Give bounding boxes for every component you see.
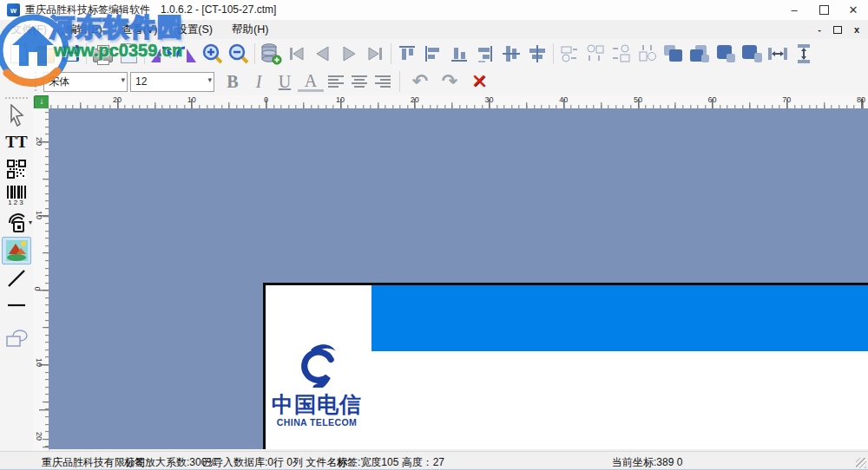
ruler-origin-button[interactable]: ↓ bbox=[34, 95, 49, 109]
text-align-left-button[interactable] bbox=[324, 73, 347, 90]
image-tool[interactable] bbox=[2, 237, 31, 264]
vruler-number: 10 bbox=[35, 358, 43, 367]
mdi-minimize-button[interactable]: - bbox=[818, 25, 821, 34]
align-top-button[interactable] bbox=[394, 41, 420, 67]
bring-to-front-button[interactable] bbox=[661, 41, 687, 67]
print-preview-icon bbox=[121, 43, 137, 63]
underline-button[interactable]: U bbox=[272, 72, 298, 92]
minimize-button[interactable]: – bbox=[779, 0, 809, 20]
align-right-icon bbox=[475, 43, 496, 64]
chevron-down-icon[interactable]: ▾ bbox=[29, 219, 32, 226]
open-file-button[interactable] bbox=[31, 41, 57, 67]
nav-first-icon bbox=[287, 44, 306, 63]
align-left-button[interactable] bbox=[420, 41, 446, 67]
text-align-center-button[interactable] bbox=[347, 73, 371, 90]
save-floppy-icon bbox=[62, 45, 79, 62]
nav-last-button[interactable] bbox=[362, 41, 388, 67]
text-tool[interactable]: TT bbox=[3, 129, 30, 155]
chevron-down-icon: ▾ bbox=[121, 75, 125, 84]
barcode-tool[interactable]: 123 bbox=[3, 183, 30, 209]
rotate-right-icon bbox=[175, 42, 198, 65]
distribute-3-button[interactable] bbox=[608, 41, 635, 67]
equal-height-icon bbox=[793, 42, 814, 65]
send-backward-button[interactable] bbox=[739, 41, 765, 67]
font-size-select[interactable]: 12 ▾ bbox=[130, 72, 214, 92]
hruler-number: 40 bbox=[559, 95, 568, 104]
undo-button[interactable]: ↶ bbox=[405, 70, 435, 93]
vertical-ruler: 201001020 bbox=[33, 108, 49, 451]
canvas[interactable]: 中国电信 CHINA TELECOM bbox=[49, 108, 868, 449]
vruler-number: 0 bbox=[33, 286, 42, 290]
menu-item-0[interactable]: 文件(F) bbox=[3, 20, 55, 40]
text-align-left-icon bbox=[326, 73, 345, 90]
delete-button[interactable]: ✕ bbox=[464, 70, 494, 93]
status-database-info: 已导入数据库:0行 0列 文件名称: bbox=[202, 455, 351, 470]
vruler-number: 10 bbox=[35, 211, 43, 219]
database-button[interactable] bbox=[258, 41, 284, 67]
send-to-back-button[interactable] bbox=[687, 41, 713, 67]
hruler-number: 30 bbox=[484, 95, 493, 104]
shape-tool[interactable] bbox=[3, 325, 30, 351]
label-color-bar-object[interactable] bbox=[372, 285, 868, 351]
chevron-down-icon: ▾ bbox=[207, 75, 212, 84]
italic-button[interactable]: I bbox=[246, 72, 272, 92]
align-bottom-button[interactable] bbox=[446, 41, 472, 67]
mdi-restore-button[interactable] bbox=[833, 26, 842, 34]
rotate-right-button[interactable] bbox=[174, 41, 200, 67]
qrcode-icon bbox=[6, 159, 27, 180]
align-right-button[interactable] bbox=[472, 41, 498, 67]
zoom-out-button[interactable] bbox=[226, 41, 252, 67]
status-cursor-coordinates: 当前坐标:389 0 bbox=[612, 455, 682, 470]
align-center-vertical-button[interactable] bbox=[524, 41, 550, 67]
print-preview-button[interactable] bbox=[115, 41, 141, 67]
print-button[interactable] bbox=[89, 41, 115, 67]
distribute-2-button[interactable] bbox=[582, 41, 608, 67]
align-left-icon bbox=[423, 43, 444, 64]
equal-height-button[interactable] bbox=[791, 41, 817, 67]
diagonal-line-tool[interactable] bbox=[3, 265, 30, 291]
text-tool-icon: TT bbox=[5, 133, 27, 152]
rotate-left-icon bbox=[149, 42, 172, 65]
redo-button[interactable]: ↷ bbox=[435, 70, 464, 93]
tool-sidebar: TT 123 bbox=[0, 95, 34, 451]
hruler-number: 50 bbox=[634, 95, 642, 104]
nav-first-button[interactable] bbox=[284, 41, 310, 67]
hruler-number: 10 bbox=[336, 95, 345, 104]
distribute-3-icon bbox=[611, 43, 632, 64]
new-document-button[interactable] bbox=[5, 41, 31, 67]
bold-button[interactable]: B bbox=[220, 72, 246, 92]
china-telecom-logo-object[interactable]: 中国电信 CHINA TELECOM bbox=[269, 341, 365, 428]
equal-width-button[interactable] bbox=[765, 41, 791, 67]
menu-item-2[interactable]: 查看(V) bbox=[114, 20, 166, 40]
align-center-horizontal-button[interactable] bbox=[498, 41, 524, 67]
nav-prev-button[interactable] bbox=[310, 41, 336, 67]
close-button[interactable]: ✕ bbox=[838, 0, 868, 20]
printer-icon bbox=[93, 49, 113, 62]
select-tool[interactable] bbox=[3, 102, 30, 128]
font-size-value: 12 bbox=[135, 75, 147, 88]
rfid-tool[interactable]: ▾ bbox=[3, 210, 30, 236]
app-icon: w bbox=[7, 3, 20, 16]
menu-item-1[interactable]: 编辑(E) bbox=[58, 20, 110, 40]
resize-grip[interactable] bbox=[856, 458, 866, 468]
maximize-button[interactable] bbox=[809, 0, 838, 20]
save-button[interactable] bbox=[57, 41, 83, 67]
nav-next-button[interactable] bbox=[336, 41, 362, 67]
qrcode-tool[interactable] bbox=[3, 156, 30, 182]
zoom-in-button[interactable] bbox=[200, 41, 226, 67]
new-document-icon bbox=[10, 43, 27, 63]
rotate-left-button[interactable] bbox=[148, 41, 174, 67]
hruler-number: 10 bbox=[187, 95, 196, 104]
text-align-right-button[interactable] bbox=[371, 73, 394, 90]
horizontal-line-tool[interactable] bbox=[3, 292, 30, 318]
mdi-close-button[interactable]: x bbox=[854, 25, 859, 34]
label-sheet[interactable]: 中国电信 CHINA TELECOM bbox=[263, 283, 868, 449]
rfid-icon bbox=[6, 212, 27, 233]
distribute-4-button[interactable] bbox=[635, 41, 661, 67]
menu-item-4[interactable]: 帮助(H) bbox=[224, 20, 276, 40]
distribute-1-button[interactable] bbox=[556, 41, 582, 67]
menu-item-3[interactable]: 设置(S) bbox=[168, 20, 220, 40]
font-family-select[interactable]: 宋体 ▾ bbox=[43, 72, 128, 92]
font-color-button[interactable]: A bbox=[298, 72, 324, 92]
bring-forward-button[interactable] bbox=[713, 41, 739, 67]
